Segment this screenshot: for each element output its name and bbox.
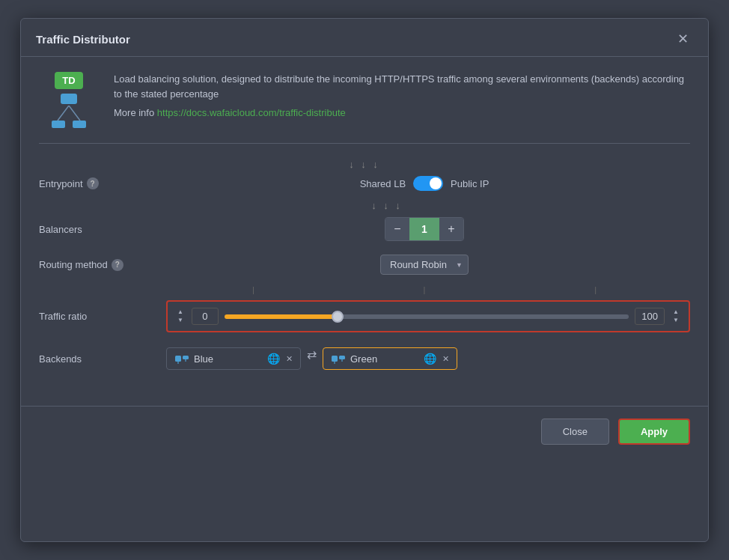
traffic-min-down[interactable]: ▼ (175, 317, 186, 324)
dialog-close-button[interactable]: ✕ (673, 31, 693, 47)
backend-blue-name: Blue (194, 353, 263, 365)
top-network-node (61, 94, 77, 104)
backend-blue-box: Blue 🌐 ✕ (166, 347, 301, 370)
public-ip-label: Public IP (451, 178, 489, 189)
down-arrows-1: ↓ ↓ ↓ (349, 159, 380, 170)
traffic-row: Traffic ratio ▲ ▼ (39, 296, 690, 337)
traffic-slider-container (225, 309, 629, 324)
traffic-min-up[interactable]: ▲ (175, 308, 186, 316)
entrypoint-toggle[interactable] (413, 176, 443, 191)
balancers-control: − 1 + (159, 217, 690, 241)
routing-select-wrapper: Round Robin (380, 255, 469, 275)
backend-green-box: Green 🌐 ✕ (323, 347, 457, 370)
backend-green-icon (331, 353, 346, 364)
routing-help-icon[interactable]: ? (112, 259, 123, 271)
arrows-above-entrypoint: ↓ ↓ ↓ (39, 159, 690, 170)
svg-line-1 (69, 106, 80, 121)
swap-icon[interactable]: ⇄ (307, 347, 317, 370)
dialog-title: Traffic Distributor (36, 33, 130, 46)
routing-label: Routing method ? (39, 259, 159, 271)
traffic-max-up[interactable]: ▲ (671, 308, 681, 316)
info-more-info: More info https://docs.wafaicloud.com/tr… (114, 106, 690, 121)
toggle-row: Shared LB Public IP (360, 176, 489, 191)
backend-blue-icon (174, 353, 189, 364)
td-network-diagram (50, 94, 88, 128)
traffic-controls-box: ▲ ▼ ▲ ▼ (166, 300, 690, 332)
dialog-footer: Close Apply (21, 406, 708, 457)
backend-blue-close[interactable]: ✕ (286, 354, 293, 364)
backend-green-globe[interactable]: 🌐 (424, 353, 436, 365)
info-text-area: Load balancing solution, designed to dis… (114, 72, 690, 125)
traffic-distributor-dialog: Traffic Distributor ✕ TD (20, 18, 709, 542)
backend-green-name: Green (350, 353, 419, 365)
svg-line-0 (58, 106, 69, 121)
svg-rect-8 (332, 356, 338, 362)
traffic-max-down[interactable]: ▼ (671, 317, 681, 324)
backends-control: Blue 🌐 ✕ ⇄ Green (159, 347, 690, 370)
backends-label: Backends (39, 353, 159, 365)
routing-select[interactable]: Round Robin (380, 255, 469, 275)
balancer-stepper: − 1 + (385, 217, 464, 241)
svg-rect-2 (52, 121, 65, 128)
dialog-header: Traffic Distributor ✕ (21, 19, 708, 57)
tick-3: | (594, 285, 597, 294)
svg-rect-4 (175, 356, 181, 362)
apply-button[interactable]: Apply (618, 419, 690, 445)
traffic-control: ▲ ▼ ▲ ▼ (159, 300, 690, 332)
traffic-min-input[interactable] (192, 308, 219, 325)
entrypoint-row: Entrypoint ? Shared LB Public IP (39, 171, 690, 195)
routing-row: Routing method ? Round Robin (39, 250, 690, 279)
svg-rect-3 (73, 121, 86, 128)
tick-1: | (252, 285, 254, 294)
arrows-above-balancers: ↓ ↓ ↓ (39, 200, 690, 211)
backend-green-close[interactable]: ✕ (442, 354, 449, 364)
info-description: Load balancing solution, designed to dis… (114, 72, 690, 101)
traffic-slider-thumb[interactable] (332, 311, 344, 323)
toggle-slider[interactable] (413, 176, 443, 191)
routing-control: Round Robin (159, 255, 690, 275)
traffic-max-spinbox: ▲ ▼ (671, 308, 681, 324)
shared-lb-label: Shared LB (360, 178, 406, 189)
balancers-plus-button[interactable]: + (439, 218, 463, 240)
traffic-slider-track (225, 314, 629, 319)
info-section: TD Load balancing solution, designed to … (39, 72, 690, 144)
backend-blue-globe[interactable]: 🌐 (267, 353, 280, 365)
traffic-label: Traffic ratio (39, 311, 159, 322)
balancers-row: Balancers − 1 + (39, 213, 690, 246)
entrypoint-control: Shared LB Public IP (159, 176, 690, 191)
traffic-min-spinbox: ▲ ▼ (175, 308, 186, 324)
dialog-body: TD Load balancing solution, designed to … (21, 57, 708, 394)
down-arrows-2: ↓ ↓ ↓ (371, 200, 403, 211)
form-fields: ↓ ↓ ↓ Entrypoint ? Shared LB (39, 159, 690, 379)
backends-row: Backends Blue 🌐 ✕ (39, 343, 690, 374)
entrypoint-label: Entrypoint ? (39, 177, 159, 189)
balancers-label: Balancers (39, 224, 159, 235)
entrypoint-help-icon[interactable]: ? (87, 177, 99, 189)
td-icon-area: TD (39, 72, 99, 128)
svg-rect-9 (339, 356, 345, 359)
traffic-max-input[interactable] (635, 308, 665, 325)
balancers-value: 1 (409, 218, 439, 240)
svg-rect-5 (183, 356, 189, 359)
tick-2: | (424, 285, 426, 294)
balancers-minus-button[interactable]: − (385, 218, 409, 240)
info-link[interactable]: https://docs.wafaicloud.com/traffic-dist… (157, 107, 346, 118)
network-lines-svg (50, 106, 88, 128)
td-badge: TD (55, 72, 82, 89)
close-button[interactable]: Close (541, 419, 609, 445)
